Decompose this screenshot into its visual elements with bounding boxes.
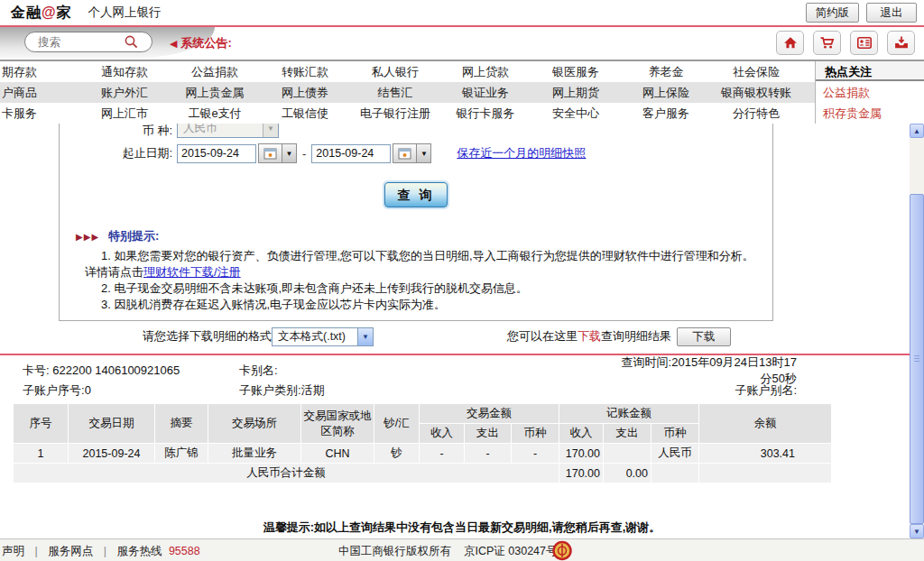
hot-link-charity[interactable]: 公益捐款 [816, 81, 924, 102]
warm-notice: 温馨提示:如以上查询结果中没有包含当日最新交易明细,请您稍后再查,谢谢。 [0, 520, 924, 536]
footer-hotline-label: 服务热线 [116, 545, 162, 557]
chevron-down-icon: ▼ [357, 328, 373, 345]
table-header-row-1: 序号 交易日期 摘要 交易场所 交易国家或地区简称 钞/汇 交易金额 记账金额 … [14, 404, 831, 423]
tip-item-3: 3. 因脱机消费存在延迟入账情况,电子现金应以芯片卡内实际为准。 [85, 297, 765, 313]
nav-item-bank-merchant-transfer[interactable]: 银商银权转账 [711, 85, 801, 101]
nav-item-icbc-epay[interactable]: 工银e支付 [170, 106, 260, 122]
table-total-row: 人民币合计金额 170.00 0.00 [14, 464, 831, 483]
contacts-button[interactable] [850, 31, 878, 55]
col-group-booked-amount: 记账金额 [559, 404, 698, 423]
finance-software-download-link[interactable]: 理财软件下载/注册 [143, 265, 241, 279]
nav-item-social-insurance[interactable]: 社会保险 [711, 64, 801, 80]
cell-date: 2015-09-24 [69, 444, 154, 463]
contacts-icon [856, 35, 873, 51]
query-button[interactable]: 查 询 [384, 182, 448, 207]
triple-arrow-icon: ▶▶▶ [76, 232, 99, 242]
top-bar: 金融@家 个人网上银行 简约版 退出 [0, 0, 924, 27]
download-format-select[interactable]: 文本格式(.txt) ▼ [272, 327, 374, 346]
simple-version-button[interactable]: 简约版 [806, 3, 860, 23]
sub-account-alias: 子账户别名: [618, 382, 887, 399]
cell-txn-currency: - [512, 444, 559, 463]
nav-item-ebank-register[interactable]: 电子银行注册 [350, 106, 440, 122]
nav-item-notice-deposit[interactable]: 通知存款 [79, 64, 170, 80]
nav-item-insurance[interactable]: 网上保险 [621, 85, 711, 101]
download-format-label: 请您选择下载明细的格式 [143, 328, 272, 345]
date-to-dropdown-arrow[interactable]: ▼ [417, 143, 431, 163]
footer-links: 声明 | 服务网点 | 服务热线 95588 [2, 544, 200, 559]
nav-item-fx-market[interactable]: 网上汇市 [79, 106, 170, 122]
scroll-down-button[interactable]: ▼ [910, 524, 924, 538]
cell-book-expense [604, 444, 651, 463]
nav-item-fx-settlement[interactable]: 结售汇 [350, 85, 440, 101]
nav-item-branch-features[interactable]: 分行特色 [711, 106, 801, 122]
table-row: 1 2015-09-24 陈广锦 批量业务 CHN 钞 - - - 170.00… [14, 444, 831, 463]
nav-row-3: 卡服务 网上汇市 工银e支付 工银信使 电子银行注册 银行卡服务 安全中心 客户… [0, 103, 815, 124]
total-income: 170.00 [559, 464, 603, 483]
inbox-download-button[interactable] [887, 31, 915, 55]
download-button[interactable]: 下载 [677, 327, 731, 346]
col-seq: 序号 [14, 404, 68, 443]
date-from-dropdown-arrow[interactable]: ▼ [282, 143, 297, 163]
download-hint: 您可以在这里下载查询明细结果 [507, 328, 671, 345]
nav-item-card-service[interactable]: 卡服务 [0, 106, 79, 122]
nav-item-icbc-messenger[interactable]: 工银信使 [260, 106, 350, 122]
currency-label: 币 种: [60, 124, 172, 138]
hot-topics-title: 热点关注 [816, 61, 924, 81]
col-book-income: 收入 [559, 424, 603, 443]
vertical-scrollbar[interactable]: ▲ ▼ [910, 124, 924, 538]
nav-item-bank-medical[interactable]: 银医服务 [531, 64, 621, 80]
date-from-calendar-button[interactable] [258, 143, 282, 163]
query-form-box: 币 种: 人民币 ▼ 起止日期: ▼ - ▼ 保存近一个月的明细快照 [59, 124, 773, 321]
date-from-input[interactable] [177, 144, 256, 163]
at-mark: @ [42, 5, 57, 20]
nav-row-1: 期存款 通知存款 公益捐款 转账汇款 私人银行 网上贷款 银医服务 养老金 社会… [0, 61, 815, 82]
logout-button[interactable]: 退出 [866, 3, 917, 23]
nav-item-pension[interactable]: 养老金 [621, 64, 711, 80]
search-box[interactable] [24, 32, 152, 52]
search-icon[interactable] [124, 34, 139, 50]
scrollbar-thumb[interactable] [910, 194, 924, 524]
nav-item-customer-service[interactable]: 客户服务 [621, 106, 711, 122]
nav-item-securities[interactable]: 银证业务 [440, 85, 531, 101]
col-book-expense: 支出 [604, 424, 651, 443]
bank-logo: 金融@家 [11, 4, 72, 23]
security-badge-icon [552, 540, 572, 561]
currency-select[interactable]: 人民币 ▼ [177, 124, 279, 138]
nav-item-futures[interactable]: 网上期货 [531, 85, 621, 101]
nav-item-bank-card-service[interactable]: 银行卡服务 [440, 106, 531, 122]
date-to-calendar-button[interactable] [393, 143, 417, 163]
nav-item-precious-metal[interactable]: 网上贵金属 [170, 85, 260, 101]
search-input[interactable] [38, 36, 124, 49]
col-book-currency: 币种 [651, 424, 698, 443]
footer-link-statement[interactable]: 声明 [2, 545, 24, 557]
toolbar: ◀系统公告: [0, 27, 924, 60]
nav-item-security-center[interactable]: 安全中心 [531, 106, 621, 122]
home-button[interactable] [776, 31, 804, 55]
col-summary: 摘要 [155, 404, 208, 443]
nav-item-online-bonds[interactable]: 网上债券 [260, 85, 350, 101]
nav-item-transfer-remit[interactable]: 转账汇款 [260, 64, 350, 80]
nav-item-account-products[interactable]: 户商品 [0, 85, 79, 101]
nav-item-charity-donation[interactable]: 公益捐款 [170, 64, 260, 80]
footer-link-branches[interactable]: 服务网点 [48, 545, 93, 557]
cell-txn-income: - [420, 444, 464, 463]
cell-book-income: 170.00 [559, 444, 603, 463]
special-tips-title: 特别提示: [108, 229, 159, 243]
scroll-up-button[interactable]: ▲ [910, 124, 924, 138]
tip-item-2: 2. 电子现金交易明细不含未达账项,即未包含商户还未上传到我行的脱机交易信息。 [85, 280, 765, 297]
hot-link-gold-accumulation[interactable]: 积存贵金属 [816, 102, 924, 123]
date-range-label: 起止日期: [60, 145, 172, 161]
nav-item-fixed-deposit[interactable]: 期存款 [0, 64, 79, 80]
calendar-icon [263, 147, 277, 160]
cell-summary: 陈广锦 [155, 444, 208, 463]
shopping-cart-button[interactable] [813, 31, 841, 55]
card-number: 卡号: 622200 1406100921065 [23, 363, 239, 379]
col-txn-currency: 币种 [512, 424, 559, 443]
nav-item-private-banking[interactable]: 私人银行 [350, 64, 440, 80]
nav-item-online-loan[interactable]: 网上贷款 [440, 64, 531, 80]
col-date: 交易日期 [69, 404, 154, 443]
date-to-input[interactable] [311, 144, 391, 163]
save-month-snapshot-link[interactable]: 保存近一个月的明细快照 [457, 145, 586, 161]
special-tips-section: ▶▶▶特别提示: 1. 如果您需要对您的银行资产、负债进行管理,您可以下载您的当… [76, 228, 765, 313]
nav-item-account-forex[interactable]: 账户外汇 [79, 85, 170, 101]
